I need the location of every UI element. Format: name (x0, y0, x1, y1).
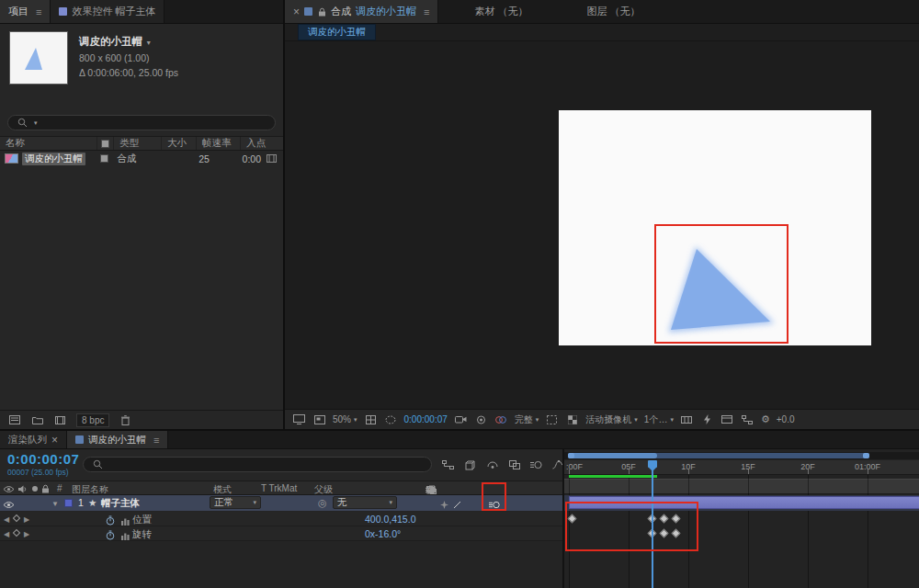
layer-collapse-switch[interactable] (437, 498, 451, 511)
column-mode[interactable]: 模式 (213, 483, 232, 496)
motion-blur-icon[interactable] (529, 458, 543, 471)
column-index[interactable]: # (57, 483, 62, 493)
tab-timeline-comp[interactable]: 调皮的小丑帽 ≡ (67, 431, 168, 448)
tab-effect-controls[interactable]: 效果控件 帽子主体 (51, 0, 165, 23)
add-keyframe-icon[interactable] (13, 514, 20, 522)
lock-icon[interactable] (317, 6, 326, 18)
tab-footage[interactable]: 素材 （无） (466, 0, 536, 23)
comp-thumbnail[interactable] (9, 31, 68, 85)
layer-row[interactable]: ▼ 1 ★ 帽子主体 正常▾ ◎ 无▾ (0, 495, 562, 511)
parent-pickwhip-icon[interactable]: ◎ (318, 497, 327, 509)
column-type[interactable]: 类型 (114, 137, 162, 150)
column-name[interactable]: 名称 (0, 137, 97, 150)
close-icon[interactable]: × (293, 6, 300, 17)
column-in-point[interactable]: 入点 (241, 137, 283, 150)
playhead-handle[interactable] (648, 460, 657, 468)
panel-menu-icon[interactable]: ≡ (424, 6, 429, 17)
region-of-interest-icon[interactable] (545, 413, 559, 426)
mini-flowchart-icon[interactable] (441, 458, 455, 471)
trash-icon[interactable] (119, 413, 132, 426)
main-viewer-icon[interactable] (312, 413, 326, 426)
pixel-aspect-icon[interactable] (680, 413, 694, 426)
row-comp-name[interactable]: 调皮的小丑帽 (22, 153, 85, 165)
comp-current-time[interactable]: 0:00:00:07 (404, 414, 448, 424)
view-layout-select[interactable]: 1个…▾ (644, 413, 674, 426)
property-value[interactable]: 0x-16.0° (365, 528, 401, 539)
layer-quality-switch[interactable] (450, 498, 464, 511)
tab-render-queue[interactable]: 渲染队列 × (0, 431, 67, 448)
new-composition-icon[interactable] (53, 413, 67, 426)
time-ruler[interactable]: :00F 05F 10F 15F 20F 01:00F (564, 460, 919, 475)
layer-name[interactable]: 帽子主体 (101, 497, 140, 510)
interpret-footage-icon[interactable] (7, 413, 21, 426)
tab-composition[interactable]: × 合成 调皮的小丑帽 ≡ (285, 0, 438, 23)
stopwatch-icon[interactable] (103, 528, 117, 541)
timeline-search-field[interactable] (83, 457, 432, 472)
property-row-rotation[interactable]: ◀ ▶ 旋转 0x-16.0° (0, 526, 562, 541)
layer-label-color[interactable] (64, 499, 73, 507)
resolution-select[interactable]: 完整▾ (515, 413, 539, 426)
navigator-end-handle[interactable] (863, 453, 869, 458)
prev-keyframe-icon[interactable]: ◀ (4, 530, 9, 538)
project-table-row[interactable]: 调皮的小丑帽 合成 25 0:00 (0, 151, 283, 166)
current-time-display[interactable]: 0:00:00:07 (7, 451, 79, 467)
work-area-bar[interactable] (564, 479, 919, 494)
timeline-graph-pane[interactable]: :00F 05F 10F 15F 20F 01:00F (562, 449, 919, 588)
mask-visibility-icon[interactable] (384, 413, 398, 426)
column-layer-name[interactable]: 图层名称 (72, 483, 108, 496)
add-keyframe-icon[interactable] (13, 529, 20, 537)
column-parent[interactable]: 父级 (314, 483, 333, 496)
time-navigator[interactable] (564, 452, 919, 459)
always-preview-icon[interactable] (292, 413, 306, 426)
column-frame-rate[interactable]: 帧速率 (197, 137, 241, 150)
graph-include-icon[interactable] (118, 529, 131, 542)
stopwatch-icon[interactable] (103, 514, 117, 526)
tab-project[interactable]: 项目 ≡ (0, 0, 51, 23)
show-snapshot-icon[interactable] (474, 413, 488, 426)
magnification-select[interactable]: 50%▾ (333, 414, 357, 424)
show-channels-icon[interactable] (494, 413, 508, 426)
bit-depth-button[interactable]: 8 bpc (76, 413, 109, 427)
row-label-color[interactable] (100, 154, 108, 163)
column-trkmat[interactable]: T TrkMat (261, 483, 297, 493)
shape-layer-icon: ★ (88, 497, 96, 508)
property-row-position[interactable]: ◀ ▶ 位置 400.0,415.0 (0, 512, 562, 526)
new-folder-icon[interactable] (30, 413, 44, 426)
cube-3d-switch-icon[interactable] (425, 483, 437, 496)
project-search-field[interactable]: ▾ (7, 115, 276, 130)
frame-blend-icon[interactable] (507, 458, 521, 471)
close-icon[interactable]: × (51, 435, 58, 446)
flowchart-icon[interactable] (741, 413, 754, 426)
draft-3d-icon[interactable] (463, 458, 477, 471)
grid-guides-icon[interactable] (364, 413, 378, 426)
parent-select[interactable]: 无▾ (333, 496, 397, 509)
fast-preview-icon[interactable] (700, 413, 714, 426)
panel-menu-icon[interactable]: ≡ (153, 435, 159, 446)
transparency-grid-icon[interactable] (565, 413, 579, 426)
comp-viewer-tab[interactable]: 调皮的小丑帽 (298, 24, 376, 40)
column-label-icon[interactable] (97, 137, 114, 150)
next-keyframe-icon[interactable]: ▶ (24, 530, 29, 538)
snapshot-camera-icon[interactable] (454, 413, 468, 426)
blend-mode-select[interactable]: 正常▾ (210, 496, 261, 509)
layer-expander-icon[interactable]: ▼ (51, 500, 59, 508)
property-name[interactable]: 旋转 (132, 528, 152, 541)
prev-keyframe-icon[interactable]: ◀ (4, 515, 9, 524)
timeline-button-icon[interactable] (720, 413, 734, 426)
property-name[interactable]: 位置 (132, 514, 152, 526)
exposure-value[interactable]: +0.0 (777, 414, 795, 424)
tab-layer[interactable]: 图层 （无） (579, 0, 649, 23)
next-keyframe-icon[interactable]: ▶ (24, 515, 29, 524)
shy-icon[interactable] (485, 458, 499, 471)
panel-menu-icon[interactable]: ≡ (36, 6, 41, 17)
chevron-down-icon[interactable]: ▼ (145, 40, 152, 46)
search-options-caret[interactable]: ▾ (34, 119, 38, 127)
navigator-start-handle[interactable] (568, 453, 574, 458)
view-3d-select[interactable]: 活动摄像机▾ (585, 413, 638, 426)
comp-viewer[interactable] (285, 42, 919, 409)
exposure-gear-icon[interactable]: ⚙ (761, 413, 770, 425)
property-value[interactable]: 400.0,415.0 (365, 514, 415, 525)
column-size[interactable]: 大小 (162, 137, 197, 150)
graph-include-icon[interactable] (118, 514, 131, 527)
layer-eye-icon[interactable] (2, 498, 16, 511)
